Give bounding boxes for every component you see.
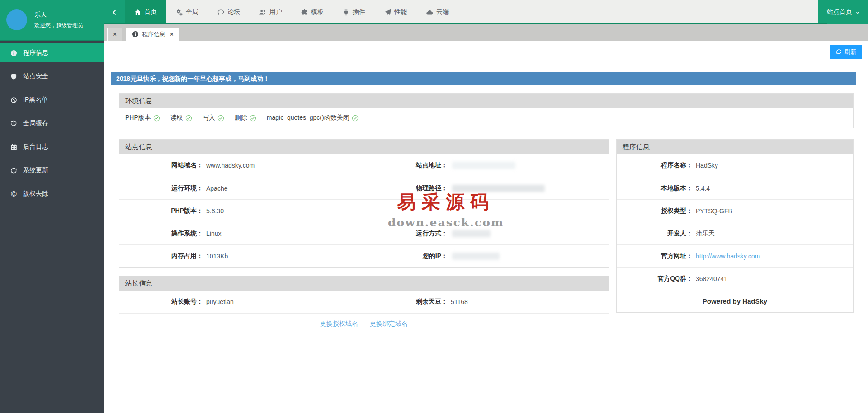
env-check-item: 写入 [203,114,224,122]
site-home-button[interactable]: 站点首页 » [818,0,868,24]
avatar [6,9,27,30]
field-value: 368240741 [696,275,727,282]
field-value: 5.4.4 [696,185,710,192]
sidebar-item-program-info[interactable]: 程序信息 [0,43,104,62]
env-check-label: 写入 [203,114,215,122]
table-row: 本地版本： 5.4.4 [617,177,853,199]
field-value: 51168 [451,298,468,305]
nav-item-global[interactable]: 全局 [166,0,208,24]
field: 内存占用： 1013Kb [119,252,364,260]
nav-item-label: 插件 [353,8,365,16]
field-label: 站点地址： [364,161,448,169]
table-row: PHP版本： 5.6.30 [119,199,609,222]
ban-icon [9,97,18,103]
sidebar-item-ip-blacklist[interactable]: IP黑名单 [0,90,104,109]
collapse-sidebar-button[interactable] [104,0,125,24]
topbar-divider [104,23,827,24]
sidebar-item-label: 系统更新 [23,166,48,174]
field-label: 授权类型： [617,207,693,215]
info-circle-icon [9,50,18,56]
nav-item-cloud[interactable]: 云端 [416,0,458,24]
field-label: 开发人： [617,230,693,238]
sidebar-item-label: 站点安全 [23,72,48,80]
sidebar-menu: 程序信息 站点安全 IP黑名单 全局缓存 后台日志 [0,41,104,203]
field: 授权类型： PYTSQ-GFB [617,207,853,215]
field-value: 5.6.30 [206,207,224,215]
field-label: 本地版本： [617,184,693,192]
nav-item-templates[interactable]: 模板 [292,0,333,24]
content: 2018元旦快乐，祝您新的一年里心想事成，马到成功！ 环境信息 PHP版本 读取… [104,63,868,334]
announcement-banner: 2018元旦快乐，祝您新的一年里心想事成，马到成功！ [111,72,856,85]
nav-item-users[interactable]: 用户 [250,0,292,24]
change-auth-domain-link[interactable]: 更换授权域名 [320,320,358,328]
site-home-label: 站点首页 [827,8,852,16]
tab-program-info[interactable]: 程序信息 × [126,28,179,41]
table-row: 站长账号： puyuetian 剩余天豆： 51168 [119,291,609,313]
tab-label: 程序信息 [142,30,165,38]
sidebar-item-label: 程序信息 [23,49,48,57]
field-label: 官方网址： [617,252,693,260]
user-name: 乐天 [34,11,47,19]
user-panel: 乐天 欢迎您，超级管理员 [0,0,104,41]
table-row: 官方QQ群： 368240741 [617,267,853,290]
sidebar-item-label: 后台日志 [23,143,48,151]
paper-plane-icon [384,9,391,16]
field: 官方网址： http://www.hadsky.com [617,252,853,260]
close-all-tabs-button[interactable]: × [107,28,122,41]
nav-item-performance[interactable]: 性能 [375,0,416,24]
top-navbar: 首页 全局 论坛 用户 模板 插件 性能 [104,0,868,24]
close-tab-icon[interactable]: × [170,31,174,38]
field: 剩余天豆： 51168 [364,298,609,306]
sidebar-item-admin-log[interactable]: 后台日志 [0,137,104,156]
env-check-item: 读取 [170,114,192,122]
table-row: 官方网址： http://www.hadsky.com [617,244,853,267]
field-label: 内存占用： [119,252,203,260]
field: 物理路径： [364,184,609,192]
redacted-value [452,162,515,169]
nav-item-plugins[interactable]: 插件 [333,0,375,24]
field: 本地版本： 5.4.4 [617,184,853,192]
sidebar-item-system-update[interactable]: 系统更新 [0,161,104,180]
refresh-label: 刷新 [844,48,856,56]
sidebar-item-label: 全局缓存 [23,119,48,127]
sidebar: 乐天 欢迎您，超级管理员 程序信息 站点安全 IP黑名单 全局缓存 [0,0,104,413]
field-label: 运行方式： [364,230,448,238]
panel-title: 环境信息 [119,94,853,108]
field-label: 物理路径： [364,184,448,192]
nav-item-label: 云端 [436,8,449,16]
sidebar-item-global-cache[interactable]: 全局缓存 [0,114,104,133]
field-label: 您的IP： [364,252,448,260]
site-info-body: 网站域名： www.hadsky.com 站点地址： 运行 [119,154,609,267]
domain-actions-row: 更换授权域名 更换绑定域名 [119,313,609,334]
field: 网站域名： www.hadsky.com [119,161,364,169]
program-info-body: 程序名称： HadSky 本地版本： 5.4.4 [617,154,853,312]
program-info-panel: 程序信息 程序名称： HadSky 本地版本： [616,139,854,313]
nav-item-label: 论坛 [227,8,240,16]
tab-strip: × 程序信息 × [104,24,868,41]
change-bind-domain-link[interactable]: 更换绑定域名 [370,320,408,328]
nav-item-label: 全局 [186,8,198,16]
comment-icon [217,9,224,16]
env-check-label: magic_quotes_gpc()函数关闭 [267,114,349,122]
field-label: 运行环境： [119,184,203,192]
env-check-item: 删除 [235,114,256,122]
sync-icon [9,167,18,174]
refresh-button[interactable]: 刷新 [830,45,862,59]
env-check-label: 删除 [235,114,247,122]
sidebar-item-copyright-removal[interactable]: © 版权去除 [0,184,104,203]
field-label: 站长账号： [119,298,203,306]
environment-panel: 环境信息 PHP版本 读取 写入 删除 [119,93,854,128]
check-circle-icon [153,115,160,122]
sidebar-item-label: IP黑名单 [23,96,48,104]
check-circle-icon [185,115,192,122]
nav-item-home[interactable]: 首页 [125,0,166,24]
field: 开发人： 蒲乐天 [617,230,853,238]
official-site-link[interactable]: http://www.hadsky.com [696,253,760,260]
main-area: 刷新 2018元旦快乐，祝您新的一年里心想事成，马到成功！ 环境信息 PHP版本… [104,41,868,413]
field-label: PHP版本： [119,207,203,215]
sidebar-item-site-security[interactable]: 站点安全 [0,67,104,86]
topbar-spacer [458,0,818,24]
field-label: 网站域名： [119,161,203,169]
nav-item-forum[interactable]: 论坛 [208,0,250,24]
field-label: 操作系统： [119,230,203,238]
